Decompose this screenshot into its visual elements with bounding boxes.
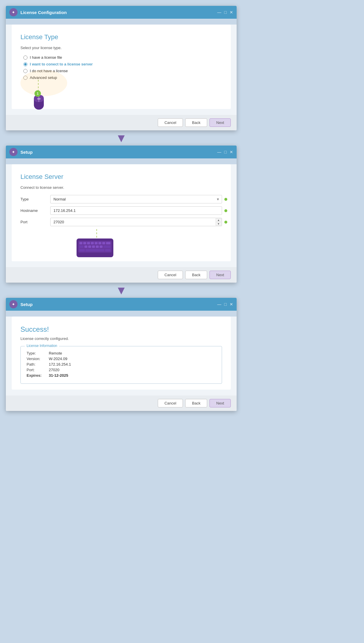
- next-button-3[interactable]: Next: [209, 399, 231, 407]
- app-icon-2: ✦: [9, 148, 18, 156]
- info-version-value: W-2024.09: [49, 357, 67, 361]
- info-expires-row: Expires: 31-12-2025: [27, 373, 216, 378]
- svg-rect-21: [79, 249, 85, 251]
- port-label: Port: [20, 220, 47, 224]
- content-panel-3: Success! License correctly configured. L…: [12, 317, 231, 390]
- type-row: Type Normal Redundant ▼: [20, 195, 222, 203]
- radio-license-server[interactable]: I want to conect to a license server: [23, 62, 222, 66]
- svg-rect-16: [88, 246, 91, 248]
- back-button-2[interactable]: Back: [185, 271, 207, 279]
- arrow-down-2: ▼: [115, 284, 127, 297]
- cancel-button-2[interactable]: Cancel: [158, 271, 183, 279]
- footer-bar-1: Cancel Back Next: [6, 115, 237, 130]
- success-title: Success!: [20, 325, 222, 333]
- back-button-3[interactable]: Back: [185, 399, 207, 407]
- svg-rect-19: [100, 246, 103, 248]
- port-row: Port ▲ ▼: [20, 218, 222, 226]
- window-body-3: Success! License correctly configured. L…: [6, 317, 237, 411]
- radio-no-license[interactable]: I do not have a license: [23, 69, 222, 73]
- next-button-2[interactable]: Next: [209, 271, 231, 279]
- license-server-title: License Server: [20, 173, 222, 181]
- close-button-1[interactable]: ✕: [230, 10, 233, 14]
- hostname-label: Hostname: [20, 208, 47, 213]
- svg-rect-3: [37, 98, 41, 100]
- content-panel-1: License Type Select your license type. I…: [12, 25, 231, 109]
- svg-rect-6: [79, 242, 82, 244]
- svg-rect-11: [98, 242, 101, 244]
- svg-rect-14: [79, 246, 84, 248]
- license-type-desc: Select your license type.: [20, 46, 222, 50]
- minimize-button-3[interactable]: —: [217, 302, 221, 306]
- svg-rect-8: [87, 242, 90, 244]
- back-button-1[interactable]: Back: [185, 118, 207, 127]
- svg-rect-20: [103, 246, 110, 248]
- license-info-title: License Information: [25, 344, 59, 348]
- info-path-value: 172.16.254.1: [49, 362, 71, 367]
- license-server-desc: Connect to license server.: [20, 185, 222, 190]
- svg-rect-22: [86, 249, 104, 251]
- window-setup-2: ✦ Setup — □ ✕ Success! License correctly…: [6, 298, 237, 411]
- license-type-title: License Type: [20, 33, 222, 41]
- svg-rect-13: [106, 242, 110, 244]
- window-body-1: License Type Select your license type. I…: [6, 25, 237, 130]
- hostname-field-wrap: [50, 206, 222, 215]
- arrow-down-1: ▼: [115, 132, 127, 144]
- app-icon-1: ✦: [9, 8, 18, 16]
- keyboard-icon: [76, 238, 114, 258]
- cancel-button-1[interactable]: Cancel: [158, 118, 183, 127]
- info-type-value: Remote: [49, 351, 62, 355]
- port-input[interactable]: [50, 218, 222, 226]
- info-type-row: Type: Remote: [27, 351, 216, 355]
- maximize-button-3[interactable]: □: [224, 302, 227, 306]
- port-increment[interactable]: ▲: [216, 218, 221, 222]
- type-dot: [224, 198, 227, 201]
- minimize-button-2[interactable]: —: [217, 150, 221, 154]
- footer-bar-3: Cancel Back Next: [6, 395, 237, 411]
- svg-rect-9: [91, 242, 94, 244]
- maximize-button-2[interactable]: □: [224, 150, 227, 154]
- window-title-1: License Configuration: [20, 10, 214, 15]
- window-title-2: Setup: [20, 150, 214, 155]
- license-type-options: I have a license file I want to conect t…: [23, 55, 222, 80]
- info-version-row: Version: W-2024.09: [27, 357, 216, 361]
- window-controls-3: — □ ✕: [217, 302, 233, 306]
- maximize-button-1[interactable]: □: [224, 10, 227, 14]
- info-port-label: Port:: [27, 368, 44, 372]
- app-icon-3: ✦: [9, 300, 18, 308]
- window-controls-2: — □ ✕: [217, 150, 233, 154]
- dashed-line-1: [38, 80, 39, 91]
- next-button-1[interactable]: Next: [209, 118, 231, 127]
- type-field-wrap: Normal Redundant ▼: [50, 195, 222, 203]
- port-field-wrap: ▲ ▼: [50, 218, 222, 226]
- footer-bar-2: Cancel Back Next: [6, 267, 237, 283]
- window-body-2: License Server Connect to license server…: [6, 164, 237, 283]
- type-label: Type: [20, 197, 47, 201]
- window-setup-1: ✦ Setup — □ ✕ License Server Connect to …: [6, 146, 237, 283]
- type-select[interactable]: Normal Redundant: [50, 195, 222, 203]
- minimize-button-1[interactable]: —: [217, 10, 221, 14]
- info-version-label: Version:: [27, 357, 44, 361]
- decoration-area-2: [20, 229, 222, 255]
- port-decrement[interactable]: ▼: [216, 222, 221, 226]
- svg-rect-10: [95, 242, 98, 244]
- titlebar-1: ✦ License Configuration — □ ✕: [6, 6, 237, 19]
- cancel-button-3[interactable]: Cancel: [158, 399, 183, 407]
- info-path-row: Path: 172.16.254.1: [27, 362, 216, 367]
- close-button-3[interactable]: ✕: [230, 302, 233, 306]
- info-type-label: Type:: [27, 351, 44, 355]
- step-badge-1: 1: [34, 90, 41, 97]
- hostname-dot: [224, 209, 227, 212]
- info-expires-label: Expires:: [27, 373, 44, 378]
- radio-advanced-setup[interactable]: Advanced setup: [23, 75, 222, 80]
- hostname-input[interactable]: [50, 206, 222, 215]
- hostname-row: Hostname: [20, 206, 222, 215]
- svg-rect-15: [84, 246, 87, 248]
- info-port-value: 27020: [49, 368, 59, 372]
- info-port-row: Port: 27020: [27, 368, 216, 372]
- radio-license-file[interactable]: I have a license file: [23, 55, 222, 60]
- decoration-area-1: 1: [20, 80, 222, 103]
- port-dot: [224, 221, 227, 224]
- close-button-2[interactable]: ✕: [230, 150, 233, 154]
- info-path-label: Path:: [27, 362, 44, 367]
- svg-rect-17: [92, 246, 95, 248]
